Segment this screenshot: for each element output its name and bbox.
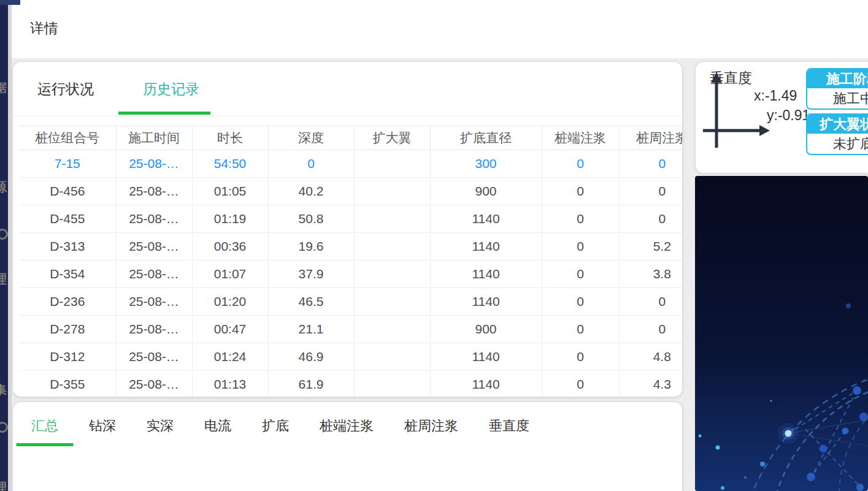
table-cell: 46.9 <box>268 343 354 371</box>
table-cell: 0 <box>619 316 683 343</box>
table-cell: 900 <box>430 316 542 343</box>
table-cell: 25-08-… <box>116 261 192 288</box>
table-cell: 25-08-… <box>116 205 192 233</box>
table-row[interactable]: D-31225-08-…01:2446.9114004.8 <box>19 343 683 371</box>
column-header: 时长 <box>192 126 268 150</box>
metric-tab[interactable]: 实深 <box>147 417 174 435</box>
table-cell: 1140 <box>430 205 542 233</box>
table-row[interactable]: D-45525-08-…01:1950.8114000 <box>19 205 683 233</box>
sidebar-fragment: 源 <box>0 179 7 196</box>
table-cell: 01:07 <box>192 261 268 288</box>
page: 据源理集理 详情 运行状况 历史记录 桩位组合号施工时间时长深度扩大翼扩底直径桩… <box>0 0 868 491</box>
history-table-body: 7-1525-08-…54:50030000D-45625-08-…01:054… <box>19 150 683 398</box>
table-cell: 1140 <box>430 233 542 261</box>
table-cell: 19.6 <box>268 233 354 261</box>
table-cell: 61.9 <box>268 371 354 398</box>
table-cell: D-354 <box>19 261 116 288</box>
sidebar-fragment: 理 <box>0 271 7 287</box>
table-cell: 4.8 <box>619 343 683 371</box>
tech-background-graphic <box>695 176 868 491</box>
table-cell: 01:19 <box>192 205 268 233</box>
sidebar-fragment: 集 <box>0 381 7 398</box>
table-cell: D-312 <box>19 343 116 371</box>
construction-stage-badge: 施工阶段 施工中 <box>806 68 868 110</box>
table-cell: D-313 <box>19 233 116 261</box>
table-cell: 50.8 <box>268 205 354 233</box>
wing-status-badge-header: 扩大翼状态 <box>807 115 868 134</box>
table-cell: 7-15 <box>19 150 116 178</box>
table-cell <box>354 288 430 316</box>
tab-history-record[interactable]: 历史记录 <box>143 80 199 99</box>
history-table-wrap[interactable]: 桩位组合号施工时间时长深度扩大翼扩底直径桩端注浆桩周注浆 7-1525-08-…… <box>19 126 683 397</box>
table-row[interactable]: D-23625-08-…01:2046.5114000 <box>19 288 683 316</box>
table-cell: 900 <box>430 178 542 205</box>
sidebar-fragment: 据 <box>0 80 7 96</box>
table-cell <box>354 205 430 233</box>
table-cell: 40.2 <box>268 178 354 205</box>
sidebar-top-accent <box>0 0 20 5</box>
metric-tabs-card: 汇总钻深实深电流扩底桩端注浆桩周注浆垂直度 <box>12 402 683 491</box>
table-cell: 5.2 <box>619 233 683 261</box>
table-cell: 46.5 <box>268 288 354 316</box>
table-row[interactable]: D-27825-08-…00:4721.190000 <box>19 316 683 343</box>
metric-tab[interactable]: 垂直度 <box>489 417 529 435</box>
sidebar-fragment: 理 <box>0 479 7 491</box>
table-cell: 3.8 <box>619 261 683 288</box>
verticality-card: 垂直度 x:-1.49 y:-0.91 施工阶段 施工中 扩大翼状态 未扩底 <box>695 61 868 173</box>
table-row[interactable]: D-45625-08-…01:0540.290000 <box>19 178 683 205</box>
column-header: 深度 <box>268 126 354 150</box>
table-cell <box>354 343 430 371</box>
tab-operating-status[interactable]: 运行状况 <box>37 80 94 99</box>
visualization-panel <box>695 176 868 491</box>
table-cell: 01:05 <box>192 178 268 205</box>
column-header: 桩周注浆 <box>619 126 683 150</box>
verticality-x-value: x:-1.49 <box>754 88 797 104</box>
table-cell: 25-08-… <box>116 371 192 398</box>
table-cell: 00:47 <box>192 316 268 343</box>
modal-title: 详情 <box>30 19 58 38</box>
table-cell: D-278 <box>19 316 116 343</box>
table-cell: 25-08-… <box>116 178 192 205</box>
column-header: 扩底直径 <box>430 126 542 150</box>
table-cell: 0 <box>542 316 619 343</box>
column-header: 扩大翼 <box>354 126 430 150</box>
table-cell <box>354 371 430 398</box>
table-cell: 0 <box>542 205 619 233</box>
metric-tab[interactable]: 桩周注浆 <box>404 417 458 435</box>
table-cell: 0 <box>542 178 619 205</box>
table-cell <box>354 233 430 261</box>
table-cell: D-455 <box>19 205 116 233</box>
metric-tab[interactable]: 电流 <box>204 417 231 435</box>
metric-tab[interactable]: 汇总 <box>31 417 58 435</box>
sidebar-icon-fragment <box>0 422 8 433</box>
modal-header: 详情 <box>12 0 868 58</box>
column-header: 桩位组合号 <box>19 126 116 150</box>
table-cell: 21.1 <box>268 316 354 343</box>
table-cell: 0 <box>542 288 619 316</box>
table-row[interactable]: D-35525-08-…01:1361.9114004.3 <box>19 371 683 398</box>
table-cell: 1140 <box>430 288 542 316</box>
table-cell: D-355 <box>19 371 116 398</box>
table-cell: 1140 <box>430 343 542 371</box>
table-cell: 0 <box>619 288 683 316</box>
table-cell: 00:36 <box>192 233 268 261</box>
table-cell: 25-08-… <box>116 288 192 316</box>
table-cell: 4.3 <box>619 371 683 398</box>
table-row[interactable]: D-35425-08-…01:0737.9114003.8 <box>19 261 683 288</box>
table-cell: 0 <box>542 343 619 371</box>
sidebar-icon-fragment <box>0 229 8 240</box>
table-row[interactable]: 7-1525-08-…54:50030000 <box>19 150 683 178</box>
metric-tab-bar: 汇总钻深实深电流扩底桩端注浆桩周注浆垂直度 <box>13 402 682 435</box>
modal-left-edge <box>8 0 12 491</box>
table-cell: 25-08-… <box>116 343 192 371</box>
table-cell <box>354 261 430 288</box>
table-cell: 0 <box>268 150 354 178</box>
history-table: 桩位组合号施工时间时长深度扩大翼扩底直径桩端注浆桩周注浆 7-1525-08-…… <box>19 126 683 397</box>
metric-tab[interactable]: 桩端注浆 <box>320 417 374 435</box>
table-cell: 0 <box>542 371 619 398</box>
metric-tab[interactable]: 钻深 <box>89 417 116 435</box>
construction-stage-badge-value: 施工中 <box>807 88 868 108</box>
table-row[interactable]: D-31325-08-…00:3619.6114005.2 <box>19 233 683 261</box>
table-cell: 1140 <box>430 261 542 288</box>
metric-tab[interactable]: 扩底 <box>262 417 289 435</box>
